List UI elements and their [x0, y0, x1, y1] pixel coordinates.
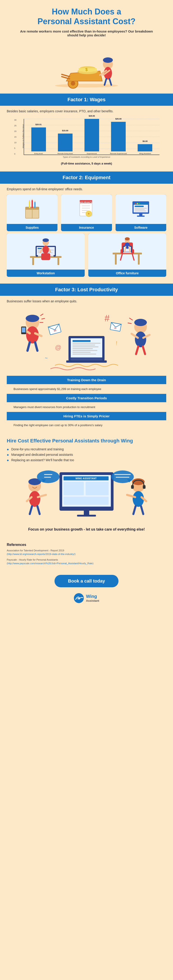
- svg-rect-131: [86, 482, 109, 495]
- svg-text:@: @: [55, 344, 61, 351]
- factor2-body: Employers spend on full-time employees' …: [0, 184, 173, 283]
- svg-point-142: [37, 471, 60, 483]
- svg-rect-67: [138, 255, 140, 265]
- factor2-description: Employers spend on full-time employees' …: [7, 187, 166, 191]
- svg-point-90: [26, 315, 39, 322]
- svg-point-117: [135, 331, 146, 347]
- hiring-box: Hiring FTEs is Simply Pricier: [7, 412, 166, 420]
- wage-chart: Wages in Dollars Per Hour 30 25 20 15 10…: [7, 116, 166, 165]
- factor1-description: Besides basic salaries, employers cover …: [7, 109, 166, 113]
- drain-description: Businesses spend approximately $1,299 on…: [7, 385, 166, 393]
- svg-line-71: [132, 254, 134, 260]
- equipment-row1: Supplies INSURANCE ✦ Insuran: [7, 194, 166, 231]
- bar-wing: $6.00 Wing Assistant: [132, 119, 158, 154]
- svg-point-64: [42, 239, 49, 242]
- svg-rect-49: [32, 258, 34, 265]
- svg-point-122: [134, 319, 147, 326]
- book-call-button[interactable]: Book a call today: [55, 575, 119, 587]
- svg-rect-105: [71, 358, 102, 360]
- svg-rect-101: [72, 350, 97, 351]
- svg-rect-102: [72, 352, 91, 353]
- equip-supplies: Supplies: [7, 194, 57, 231]
- bar-remote-experienced: $25.00 Remote Experienced: [105, 119, 132, 154]
- svg-point-40: [137, 203, 138, 204]
- svg-point-0: [55, 84, 118, 88]
- equip-insurance: INSURANCE ✦ Insurance: [61, 194, 112, 231]
- hire-bullets: Done-for-you recruitment and training Ma…: [7, 447, 166, 462]
- svg-text:INSURANCE: INSURANCE: [79, 201, 93, 204]
- svg-rect-153: [131, 485, 134, 489]
- svg-text:#: #: [105, 313, 110, 323]
- factor2-header: Factor 2: Equipment: [0, 172, 173, 184]
- workstation-label: Workstation: [7, 270, 85, 277]
- hero-illustration: $: [0, 39, 173, 94]
- svg-line-15: [105, 79, 106, 85]
- svg-text:WING ASSISTANT: WING ASSISTANT: [75, 477, 97, 480]
- factor3-description: Businesses suffer losses when an employe…: [7, 299, 166, 303]
- factor1-title: Factor 1: Wages: [5, 97, 168, 103]
- svg-rect-132: [63, 497, 109, 505]
- svg-point-2: [71, 81, 75, 86]
- svg-rect-133: [84, 511, 89, 515]
- svg-rect-42: [135, 206, 144, 207]
- svg-point-41: [139, 203, 140, 204]
- svg-rect-50: [57, 258, 59, 265]
- equipment-row2: Workstation: [7, 234, 166, 277]
- software-label: Software: [116, 224, 166, 231]
- factor3-title: Factor 3: Lost Productivity: [5, 287, 168, 293]
- hire-cta-text: Focus on your business growth - let us t…: [7, 527, 166, 531]
- cta-section: Book a call today: [0, 570, 173, 590]
- bar-chart-area: $20.01 Entry-level $15.00 Remote Entry-l…: [24, 119, 159, 155]
- svg-text:~: ~: [45, 355, 48, 361]
- svg-rect-96: [72, 340, 91, 342]
- hire-bullet-3: Replacing an assistant? We'll handle tha…: [7, 458, 166, 462]
- wing-footer: Wing Assistant: [0, 590, 173, 609]
- equip-software: Software: [116, 194, 166, 231]
- svg-rect-60: [41, 253, 50, 260]
- transition-box: Costly Transition Periods: [7, 394, 166, 402]
- furniture-label: Office furniture: [88, 270, 166, 277]
- svg-marker-24: [29, 200, 30, 201]
- factor3-body: Businesses suffer losses when an employe…: [0, 296, 173, 433]
- svg-rect-22: [31, 200, 33, 208]
- svg-rect-103: [72, 354, 96, 355]
- svg-rect-89: [22, 328, 25, 332]
- bar-experienced: $29.65 Experienced: [79, 119, 105, 154]
- svg-point-155: [111, 471, 134, 483]
- svg-point-39: [135, 203, 136, 204]
- productivity-illustration: ✉ ✉ # @ ! ~: [7, 307, 166, 374]
- svg-rect-130: [63, 482, 84, 495]
- reference-1: Association for Talented Development - R…: [7, 549, 166, 556]
- hire-svg: WING ASSISTANT: [10, 466, 163, 524]
- svg-rect-98: [72, 345, 95, 345]
- svg-line-5: [62, 74, 69, 76]
- svg-marker-25: [31, 199, 33, 200]
- equip-furniture: Office furniture: [88, 234, 166, 277]
- svg-text:!: !: [116, 340, 117, 346]
- insurance-icon: INSURANCE ✦: [76, 198, 97, 221]
- svg-point-17: [103, 57, 113, 63]
- hire-illustration: WING ASSISTANT: [7, 466, 166, 524]
- svg-text:$: $: [85, 67, 88, 72]
- bar-remote-entry: $15.00 Remote Entry-level: [52, 119, 79, 154]
- hero-svg: $: [50, 41, 123, 89]
- hire-bullet-2: Managed and dedicated personal assistant…: [7, 453, 166, 457]
- hire-bullet-1: Done-for-you recruitment and training: [7, 447, 166, 451]
- references-section: References Association for Talented Deve…: [0, 539, 173, 570]
- workstation-svg: [28, 235, 64, 267]
- supplies-icon: [22, 198, 42, 221]
- factor3-header: Factor 3: Lost Productivity: [0, 283, 173, 296]
- transition-description: Managers must divert resources from prod…: [7, 404, 166, 410]
- hiring-description: Finding the right employee can cost up t…: [7, 422, 166, 429]
- drain-box: Training Down the Drain: [7, 376, 166, 384]
- supplies-label: Supplies: [7, 224, 57, 231]
- svg-rect-97: [72, 343, 101, 344]
- software-icon: [131, 198, 151, 221]
- svg-rect-47: [137, 216, 145, 217]
- wing-sub: Assistant: [86, 599, 99, 602]
- header-section: How Much Does a Personal Assistant Cost?…: [0, 0, 173, 39]
- insurance-label: Insurance: [61, 224, 112, 231]
- svg-text:✦: ✦: [87, 212, 90, 216]
- productivity-svg: ✉ ✉ # @ ! ~: [10, 309, 163, 372]
- hire-title: Hire Cost Effective Personal Assistants …: [7, 438, 166, 444]
